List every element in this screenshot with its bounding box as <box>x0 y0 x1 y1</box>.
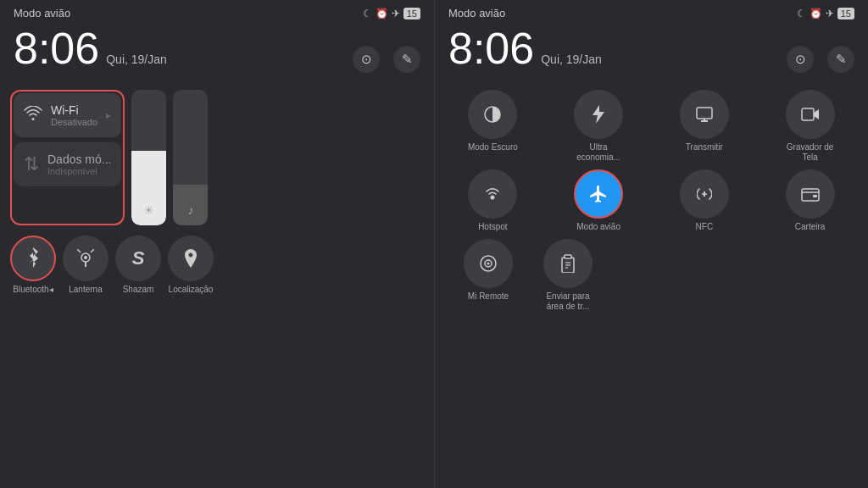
shazam-circle: S <box>115 236 161 281</box>
modo-escuro-label: Modo Escuro <box>468 142 518 152</box>
ultra-economia-label: Ultra economia... <box>569 142 628 163</box>
data-label: Dados mó... <box>47 152 111 166</box>
enviar-circle <box>543 239 593 288</box>
wifi-tile-info: Wi-Fi Desativado <box>51 103 97 127</box>
settings-icon[interactable]: ⊙ <box>353 46 380 73</box>
airplane-status-icon: ✈ <box>392 8 400 19</box>
wifi-icon <box>24 104 42 126</box>
ultra-economia-item[interactable]: Ultra economia... <box>569 90 628 163</box>
battery-icon: 15 <box>403 8 420 19</box>
nfc-circle <box>680 169 729 219</box>
transmitir-circle <box>680 90 729 139</box>
right-clock-row: 8:06 Qui, 19/Jan ⊙ ✎ <box>435 23 868 83</box>
transmitir-item[interactable]: Transmitir <box>675 90 734 163</box>
left-clock-row: 8:06 Qui, 19/Jan ⊙ ✎ <box>0 23 434 83</box>
data-arrows-icon: ⇅ <box>24 153 39 175</box>
right-main-content: Modo Escuro Ultra economia... <box>435 83 868 488</box>
music-icon: ♪ <box>187 203 193 217</box>
right-clock-time: 8:06 <box>448 26 534 70</box>
enviar-label: Enviar para área de tr... <box>538 291 598 312</box>
wifi-data-group-inner: Wi-Fi Desativado ▸ ⇅ Dados mó... Indispo… <box>14 93 121 186</box>
carteira-label: Carteira <box>795 222 826 232</box>
bluetooth-label: Bluetooth◂ <box>13 285 53 294</box>
svg-point-1 <box>84 256 87 259</box>
right-settings-icon[interactable]: ⊙ <box>787 46 814 73</box>
svg-point-18 <box>487 263 490 265</box>
small-icons-row: Bluetooth◂ Lanterna S Shaza <box>10 236 424 294</box>
localizacao-label: Localização <box>169 285 214 294</box>
data-tile-info: Dados mó... Indisponível <box>47 152 111 176</box>
volume-slider[interactable]: ♪ <box>173 90 208 225</box>
bluetooth-circle <box>10 236 56 281</box>
modo-aviao-label: Modo avião <box>576 222 620 232</box>
edit-icon[interactable]: ✎ <box>393 46 420 73</box>
right-clock-date: Qui, 19/Jan <box>541 53 602 66</box>
left-panel: Modo avião ☾ ⏰ ✈ 15 8:06 Qui, 19/Jan ⊙ ✎ <box>0 0 434 488</box>
brightness-slider[interactable]: ☀ <box>131 90 166 225</box>
gravador-tela-circle <box>786 90 835 139</box>
localizacao-circle <box>168 236 214 281</box>
lanterna-tile[interactable]: Lanterna <box>63 236 108 294</box>
bluetooth-tile[interactable]: Bluetooth◂ <box>10 236 56 294</box>
svg-line-3 <box>77 249 81 252</box>
left-top-bar: Modo avião ☾ ⏰ ✈ 15 <box>0 0 434 23</box>
gravador-tela-item[interactable]: Gravador de Tela <box>781 90 840 163</box>
svg-rect-9 <box>802 108 814 120</box>
hotspot-item[interactable]: Hotspot <box>463 169 522 232</box>
alarm-icon: ⏰ <box>376 8 388 19</box>
wifi-tile[interactable]: Wi-Fi Desativado ▸ <box>14 93 121 137</box>
left-clock-time: 8:06 <box>14 26 99 70</box>
wifi-sublabel: Desativado <box>51 117 97 127</box>
big-tiles-row: Wi-Fi Desativado ▸ ⇅ Dados mó... Indispo… <box>10 90 424 225</box>
svg-rect-6 <box>697 108 712 119</box>
grid-row-1: Modo Escuro Ultra economia... <box>445 90 858 163</box>
hotspot-circle <box>468 169 517 219</box>
wifi-label: Wi-Fi <box>51 103 97 117</box>
svg-point-10 <box>491 196 495 200</box>
modo-aviao-item[interactable]: Modo avião <box>569 169 628 232</box>
moon-icon: ☾ <box>363 8 372 19</box>
right-status-icons: ☾ ⏰ ✈ 15 <box>797 8 854 19</box>
transmitir-label: Transmitir <box>686 142 723 152</box>
right-battery-icon: 15 <box>837 8 854 19</box>
shazam-label: Shazam <box>123 285 154 294</box>
mobile-data-tile[interactable]: ⇅ Dados mó... Indisponível <box>14 142 121 186</box>
svg-line-4 <box>91 249 94 252</box>
right-airplane-status-icon: ✈ <box>826 8 834 19</box>
mi-remote-circle <box>464 239 513 288</box>
modo-aviao-circle <box>574 169 623 219</box>
quick-settings-grid: Modo Escuro Ultra economia... <box>445 90 858 312</box>
carteira-circle <box>786 169 835 219</box>
right-clock-actions: ⊙ ✎ <box>787 46 854 76</box>
grid-row-2: Hotspot Modo avião <box>445 169 858 232</box>
brightness-icon: ☀ <box>143 203 154 217</box>
lanterna-label: Lanterna <box>69 285 102 294</box>
left-clock-actions: ⊙ ✎ <box>353 46 420 76</box>
right-edit-icon[interactable]: ✎ <box>827 46 854 73</box>
svg-rect-15 <box>813 195 817 197</box>
nfc-item[interactable]: NFC <box>675 169 734 232</box>
wifi-arrow-icon: ▸ <box>106 109 111 121</box>
right-moon-icon: ☾ <box>797 8 806 19</box>
right-top-bar: Modo avião ☾ ⏰ ✈ 15 <box>435 0 868 23</box>
enviar-item[interactable]: Enviar para área de tr... <box>538 239 598 312</box>
modo-escuro-item[interactable]: Modo Escuro <box>463 90 522 163</box>
carteira-item[interactable]: Carteira <box>781 169 840 232</box>
left-main-content: Wi-Fi Desativado ▸ ⇅ Dados mó... Indispo… <box>0 83 434 488</box>
localizacao-tile[interactable]: Localização <box>168 236 214 294</box>
lanterna-circle <box>63 236 108 281</box>
nfc-label: NFC <box>696 222 714 232</box>
right-panel: Modo avião ☾ ⏰ ✈ 15 8:06 Qui, 19/Jan ⊙ ✎ <box>434 0 868 488</box>
right-airplane-mode-label: Modo avião <box>448 7 505 19</box>
mi-remote-item[interactable]: Mi Remote <box>459 239 518 312</box>
data-sublabel: Indisponível <box>47 166 111 176</box>
left-airplane-mode-label: Modo avião <box>14 7 70 19</box>
slider-tiles: ☀ ♪ <box>131 90 208 225</box>
hotspot-label: Hotspot <box>478 222 507 232</box>
grid-row-3: Mi Remote Enviar para área de tr... <box>445 239 858 312</box>
shazam-tile[interactable]: S Shazam <box>115 236 161 294</box>
right-alarm-icon: ⏰ <box>810 8 822 19</box>
left-clock-date: Qui, 19/Jan <box>106 53 167 66</box>
svg-rect-20 <box>565 255 571 258</box>
gravador-tela-label: Gravador de Tela <box>781 142 840 163</box>
